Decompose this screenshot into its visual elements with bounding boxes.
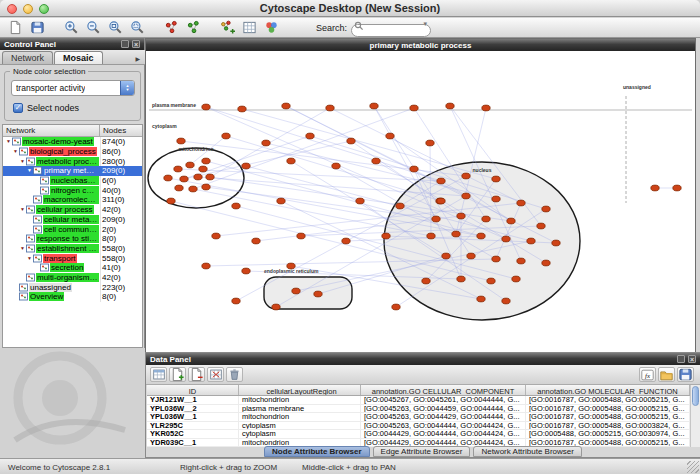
window-titlebar[interactable]: Cytoscape Desktop (New Session)	[0, 0, 700, 17]
network-node[interactable]	[326, 105, 334, 111]
table-row[interactable]: YPL036W__1mitochondrion[GO:0045263, GO:0…	[147, 413, 690, 422]
tree-item[interactable]: nitrogen compo...40(0)	[3, 185, 142, 195]
table-scrollbar[interactable]	[690, 385, 700, 447]
network-node[interactable]	[199, 166, 207, 172]
network-node[interactable]	[492, 256, 500, 262]
tree-item[interactable]: ▼metabolic process280(0)	[3, 156, 142, 166]
network-node[interactable]	[194, 174, 202, 180]
network-node[interactable]	[437, 178, 445, 184]
network-node[interactable]	[512, 276, 520, 282]
network-node[interactable]	[174, 166, 182, 172]
table-row[interactable]: YLR295Ccytoplasm[GO:0045263, GO:0044444,…	[147, 422, 690, 431]
annotation-icon[interactable]	[240, 19, 259, 36]
tab-scroll-right-icon[interactable]: ▶	[132, 55, 143, 64]
tree-item[interactable]: cell communica...2(0)	[3, 224, 142, 234]
tree-item[interactable]: response to stimu...8(0)	[3, 234, 142, 244]
network-node[interactable]	[347, 138, 355, 144]
network-node[interactable]	[332, 163, 340, 169]
close-data-panel-icon[interactable]: ×	[688, 355, 696, 363]
network-node[interactable]	[292, 288, 300, 294]
tree-item[interactable]: ▼cellular process42(0)	[3, 205, 142, 215]
network-node[interactable]	[277, 198, 285, 204]
network-node[interactable]	[517, 258, 525, 264]
network-node[interactable]	[537, 223, 545, 229]
network-node[interactable]	[382, 233, 390, 239]
collapse-icon[interactable]: ▼	[26, 254, 33, 263]
network-node[interactable]	[356, 198, 364, 204]
network-node[interactable]	[202, 263, 210, 269]
network-node[interactable]	[457, 276, 465, 282]
network-node[interactable]	[542, 260, 550, 266]
collapse-icon[interactable]: ▼	[19, 205, 26, 214]
tree-header-network[interactable]: Network	[3, 125, 100, 136]
network-node[interactable]	[492, 176, 500, 182]
tree-item[interactable]: ▼mosaic-demo-yeast874(0)	[3, 137, 142, 147]
unhide-all-icon[interactable]	[184, 19, 203, 36]
zoom-fit-icon[interactable]	[128, 19, 147, 36]
tree-item[interactable]: secretion41(0)	[3, 263, 142, 273]
select-nodes-checkbox[interactable]: ✓	[13, 103, 23, 113]
tree-item[interactable]: macromolecule...311(0)	[3, 195, 142, 205]
collapse-icon[interactable]: ▼	[12, 147, 19, 156]
network-node[interactable]	[422, 278, 430, 284]
network-node[interactable]	[462, 193, 470, 199]
network-node[interactable]	[426, 140, 434, 146]
resize-grip[interactable]	[687, 461, 699, 473]
collapse-icon[interactable]: ▼	[19, 157, 26, 166]
network-edge[interactable]	[178, 169, 441, 181]
network-node[interactable]	[189, 186, 197, 192]
network-node[interactable]	[492, 196, 500, 202]
tree-item[interactable]: ▼biological_process86(0)	[3, 147, 142, 157]
table-row[interactable]: YKR052Ccytoplasm[GO:0044429, GO:0044444,…	[147, 430, 690, 439]
network-node[interactable]	[507, 218, 515, 224]
tree-item[interactable]: ▼primary metabo...209(0)	[3, 166, 142, 176]
network-node[interactable]	[482, 105, 490, 111]
tree-item[interactable]: ▼transport558(0)	[3, 253, 142, 263]
network-edge[interactable]	[193, 108, 414, 189]
network-node[interactable]	[180, 176, 188, 182]
new-network-from-selection-icon[interactable]	[218, 19, 237, 36]
import-table-icon[interactable]	[658, 367, 675, 382]
network-node[interactable]	[206, 174, 214, 180]
table-row[interactable]: YPL036W__2plasma membrane[GO:0045263, GO…	[147, 405, 690, 414]
network-node[interactable]	[232, 298, 240, 304]
tab-node-attribute-browser[interactable]: Node Attribute Browser	[264, 446, 370, 457]
network-node[interactable]	[370, 103, 378, 109]
network-node[interactable]	[238, 106, 246, 112]
network-node[interactable]	[242, 163, 250, 169]
network-node[interactable]	[396, 203, 404, 209]
network-node[interactable]	[282, 103, 290, 109]
zoom-out-icon[interactable]	[84, 19, 103, 36]
network-node[interactable]	[167, 198, 175, 204]
close-panel-icon[interactable]: ×	[132, 40, 140, 48]
network-node[interactable]	[542, 206, 550, 212]
save-icon[interactable]	[28, 19, 47, 36]
network-node[interactable]	[252, 238, 260, 244]
network-node[interactable]	[202, 184, 210, 190]
scrollbar-thumb[interactable]	[692, 386, 699, 406]
tab-edge-attribute-browser[interactable]: Edge Attribute Browser	[373, 446, 471, 457]
network-node[interactable]	[177, 138, 185, 144]
network-node[interactable]	[432, 216, 440, 222]
network-view-titlebar[interactable]: primary metabolic process	[146, 39, 695, 51]
network-node[interactable]	[287, 158, 295, 164]
network-node[interactable]	[202, 158, 210, 164]
create-attribute-icon[interactable]	[169, 367, 186, 382]
network-canvas[interactable]: plasma membrane cytoplasm mitochondrion …	[146, 51, 695, 352]
network-node[interactable]	[437, 198, 445, 204]
node-color-dropdown[interactable]: transporter activity ▲▼	[11, 80, 135, 96]
network-node[interactable]	[232, 203, 240, 209]
network-node[interactable]	[175, 185, 183, 191]
network-node[interactable]	[502, 236, 510, 242]
network-node[interactable]	[202, 104, 210, 110]
network-node[interactable]	[517, 200, 525, 206]
network-node[interactable]	[502, 298, 510, 304]
formula-builder-icon[interactable]: fx	[639, 367, 656, 382]
collapse-icon[interactable]: ▼	[5, 137, 12, 146]
vizmapper-icon[interactable]	[262, 19, 281, 36]
delete-attribute-icon[interactable]	[188, 367, 205, 382]
tree-item[interactable]: ▼establishment of lo...558(0)	[3, 244, 142, 254]
network-node[interactable]	[262, 140, 270, 146]
network-node[interactable]	[487, 278, 495, 284]
network-node[interactable]	[410, 105, 418, 111]
